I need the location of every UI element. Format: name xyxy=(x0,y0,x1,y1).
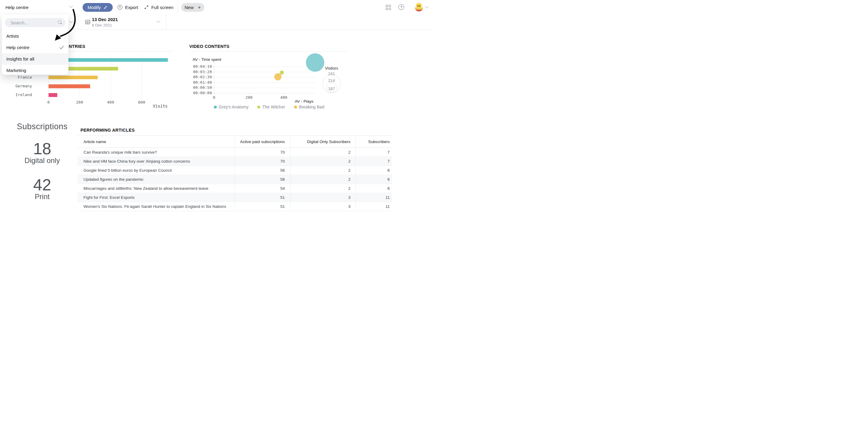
avatar[interactable] xyxy=(415,3,423,11)
modify-button-label: Modify xyxy=(87,5,101,10)
kpi-print-label: Print xyxy=(12,192,72,201)
dashboard-page: Help centre Modify Export Full screen Ne… xyxy=(0,0,434,222)
table-row: Updated figures on the pandemic 56 2 6 xyxy=(78,175,392,184)
legend-swatch xyxy=(294,106,297,108)
modify-button[interactable]: Modify xyxy=(83,3,113,12)
col-digital-only-subscribers: Digital Only Subscribers xyxy=(290,139,355,144)
bubble-gridline xyxy=(214,67,315,67)
kpi-digital-only: 18 Digital only xyxy=(12,141,72,165)
y-axis-title: AV - Time spent xyxy=(193,57,221,62)
fullscreen-icon xyxy=(144,5,149,9)
subscriptions-title: Subscriptions xyxy=(12,122,72,131)
bar-Ireland xyxy=(49,93,57,97)
y-tick-label: 00:00:50 xyxy=(187,85,212,90)
workspace-item-label: Artists xyxy=(6,33,19,38)
bubble-gridline xyxy=(214,88,315,88)
x-tick xyxy=(249,93,249,95)
kpi-print-value: 42 xyxy=(12,177,72,192)
date-primary: 13 Dec 2021 xyxy=(92,17,118,22)
workspace-selector-label: Help centre xyxy=(5,5,29,10)
date-secondary: 6 Dec 2021 xyxy=(92,23,112,27)
x-tick-label: 200 xyxy=(242,95,256,100)
bar-x-tick: 0 xyxy=(41,100,56,105)
legend-swatch xyxy=(214,106,217,108)
workspace-list: Artists Help centre Insights for all Mar… xyxy=(2,30,68,76)
upload-icon xyxy=(118,5,122,10)
size-legend-value: 241 xyxy=(321,71,342,76)
bar-x-tick: 200 xyxy=(73,100,87,105)
calendar-icon xyxy=(85,14,90,30)
article-name: Google fined 5 billion euros by European… xyxy=(78,168,235,172)
article-name: Updated figures on the pandemic xyxy=(78,177,235,182)
table-row: Nike and HM face China fury over Xinjian… xyxy=(78,157,392,166)
digital-only-subscribers-value: 2 xyxy=(290,186,355,191)
x-axis-line xyxy=(213,93,315,93)
workspace-selector[interactable]: Help centre xyxy=(5,0,29,14)
chevron-down-icon xyxy=(69,4,73,8)
help-icon[interactable] xyxy=(398,4,404,10)
subscribers-value: 11 xyxy=(355,204,392,209)
y-axis-line xyxy=(214,62,214,93)
subscribers-value: 7 xyxy=(355,150,392,155)
legend-item[interactable]: The Witcher xyxy=(257,104,285,109)
bubble-grey-s-anatomy xyxy=(306,53,324,72)
legend-label: Breaking Bad xyxy=(299,104,324,109)
search-icon xyxy=(58,21,61,24)
legend-item[interactable]: Grey's Anatomy xyxy=(214,104,248,109)
article-name: Miscarriages and stillbirths: New Zealan… xyxy=(78,186,235,191)
bar-category-label: Ireland xyxy=(10,93,32,97)
bar-category-label: Germany xyxy=(10,84,32,89)
pencil-icon xyxy=(103,5,108,10)
workspace-list-item[interactable]: Artists xyxy=(2,30,68,42)
col-active-paid-subscriptions: Active paid subscriptions xyxy=(235,139,290,144)
workspace-item-label: Marketing xyxy=(6,68,26,73)
active-paid-subscriptions-value: 51 xyxy=(235,204,290,209)
search-input[interactable] xyxy=(10,19,56,27)
subscribers-value: 7 xyxy=(355,159,392,164)
new-button-label: New xyxy=(185,5,194,10)
bubble-gridline xyxy=(214,83,315,83)
subscribers-value: 6 xyxy=(355,186,392,191)
table-column-divider xyxy=(290,135,290,209)
export-button[interactable]: Export xyxy=(118,0,138,14)
table-row: Fight for First: Excel Esports 51 3 11 xyxy=(78,193,392,202)
workspace-list-item[interactable]: Marketing xyxy=(2,65,68,76)
workspace-list-item[interactable]: Help centre xyxy=(2,42,68,53)
x-tick-label: 400 xyxy=(277,95,291,100)
new-button[interactable]: New + xyxy=(181,3,204,12)
filter-bar-divider xyxy=(78,14,79,30)
legend-label: The Witcher xyxy=(262,104,285,109)
active-paid-subscriptions-value: 70 xyxy=(235,150,290,155)
bubble-gridline xyxy=(214,72,315,72)
size-legend-value: 187 xyxy=(321,87,342,91)
video-contents-title-rule xyxy=(189,51,349,52)
account-chevron-down-icon[interactable] xyxy=(425,4,429,8)
digital-only-subscribers-value: 2 xyxy=(290,177,355,182)
legend-item[interactable]: Breaking Bad xyxy=(294,104,324,109)
digital-only-subscribers-value: 3 xyxy=(290,204,355,209)
fullscreen-button[interactable]: Full screen xyxy=(144,0,173,14)
x-tick-label: 0 xyxy=(207,95,221,100)
check-icon xyxy=(60,44,64,49)
apps-grid-icon[interactable] xyxy=(386,5,391,10)
size-legend-value: 214 xyxy=(321,78,342,83)
subscribers-value: 11 xyxy=(355,195,392,200)
table-row: Miscarriages and stillbirths: New Zealan… xyxy=(78,184,392,193)
video-contents-title: VIDEO CONTENTS xyxy=(189,44,229,49)
top-bar: Help centre Modify Export Full screen Ne… xyxy=(0,0,434,15)
active-paid-subscriptions-value: 54 xyxy=(235,186,290,191)
bar-Germany xyxy=(49,84,90,88)
bar-x-axis-title: Visits xyxy=(137,104,167,108)
table-body: Can Rwanda's unique milk bars survive? 7… xyxy=(78,148,392,211)
x-tick xyxy=(214,93,215,95)
fullscreen-button-label: Full screen xyxy=(151,5,173,10)
active-paid-subscriptions-value: 56 xyxy=(235,177,290,182)
kpi-digital-only-value: 18 xyxy=(12,141,72,156)
workspace-dropdown-panel: Artists Help centre Insights for all Mar… xyxy=(2,15,68,75)
subscribers-value: 6 xyxy=(355,177,392,182)
workspace-list-item[interactable]: Insights for all xyxy=(2,53,68,65)
bubble-the-witcher xyxy=(280,70,284,75)
workspace-item-label: Insights for all xyxy=(6,56,34,61)
export-button-label: Export xyxy=(125,5,138,10)
bar-x-tick: 400 xyxy=(104,100,118,105)
